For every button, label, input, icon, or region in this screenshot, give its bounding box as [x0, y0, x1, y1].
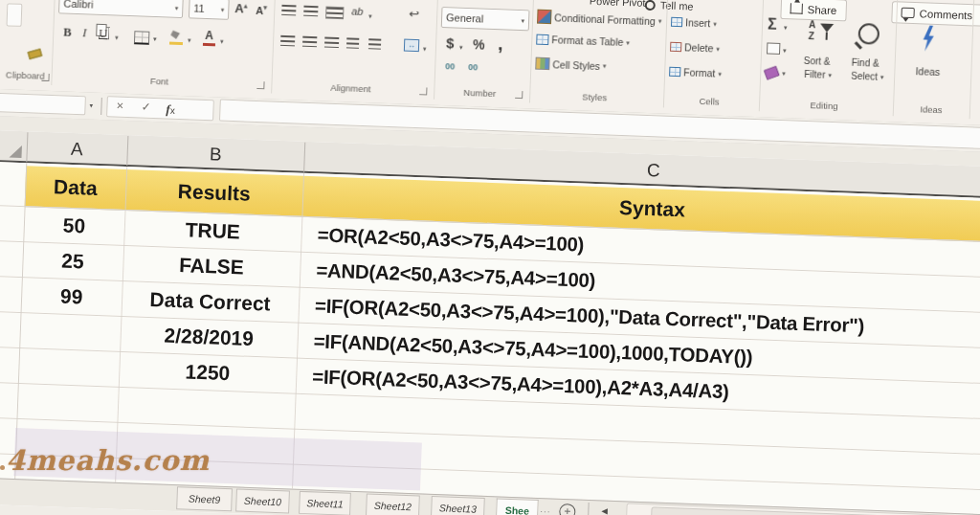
caret-down-icon: ▾ [263, 4, 267, 11]
orientation-dropdown-icon[interactable]: ▾ [368, 12, 372, 19]
decrease-decimal-icon[interactable]: 00 [468, 62, 478, 72]
percent-style-button[interactable]: % [473, 36, 485, 52]
increase-indent-icon[interactable] [368, 38, 381, 49]
insert-function-button[interactable]: fx [166, 100, 175, 117]
paste-icon[interactable] [7, 3, 23, 27]
cell-a2[interactable]: 50 [23, 206, 124, 245]
align-center-icon[interactable] [302, 36, 317, 48]
tell-me-button[interactable]: Tell me [645, 0, 694, 12]
funnel-icon [820, 23, 834, 33]
cell-styles-button[interactable]: Cell Styles ▾ [535, 57, 607, 73]
photo-rotated-content: Power Pivot Tell me Share Comments ✂ Cli… [0, 0, 980, 515]
chevron-down-icon: ▾ [713, 20, 717, 27]
cancel-button[interactable]: × [116, 99, 123, 113]
insert-cells-icon [671, 17, 682, 27]
cell-styles-label: Cell Styles [552, 58, 600, 72]
cell-b1[interactable]: Results [125, 169, 303, 216]
delete-label: Delete [684, 41, 714, 54]
font-color-bar [203, 43, 215, 46]
comma-style-button[interactable]: , [498, 33, 503, 55]
excel-window: Power Pivot Tell me Share Comments ✂ Cli… [0, 0, 980, 515]
tab-sheet12[interactable]: Sheet12 [366, 493, 420, 515]
number-format-combo[interactable]: General ▾ [441, 7, 530, 31]
underline-button[interactable]: U [99, 27, 108, 41]
font-color-icon[interactable]: A [205, 29, 213, 42]
align-bottom-icon[interactable] [325, 7, 344, 20]
insert-button[interactable]: Insert ▾ [671, 16, 717, 30]
number-dialog-launcher-icon[interactable] [515, 91, 523, 99]
borders-icon[interactable] [134, 31, 150, 45]
merge-dropdown-icon[interactable]: ▾ [423, 45, 427, 52]
fill-color-bar [169, 42, 183, 46]
increase-decimal-icon[interactable]: 00 [445, 61, 455, 71]
accounting-dropdown-icon[interactable]: ▾ [459, 44, 463, 51]
borders-dropdown-icon[interactable]: ▾ [153, 35, 157, 42]
cell-b6[interactable]: 1250 [119, 351, 297, 393]
select-all-button[interactable] [9, 146, 21, 158]
name-box-dropdown-icon[interactable]: ▾ [89, 102, 93, 109]
watermark: 4meahs.com [6, 444, 210, 477]
insert-label: Insert [685, 16, 711, 29]
grow-font-button[interactable]: A▴ [234, 1, 247, 15]
tab-active-sheet[interactable]: Shee [496, 498, 539, 515]
comments-label: Comments [919, 8, 972, 21]
tab-sheet13[interactable]: Sheet13 [431, 496, 485, 515]
underline-dropdown-icon[interactable]: ▾ [115, 34, 119, 40]
bold-button[interactable]: B [63, 26, 72, 40]
share-label: Share [808, 3, 837, 15]
chevron-down-icon: ▾ [175, 4, 179, 11]
font-color-dropdown-icon[interactable]: ▾ [220, 38, 224, 45]
autosum-dropdown-icon[interactable]: ▾ [784, 24, 788, 31]
decrease-indent-icon[interactable] [346, 37, 359, 48]
alignment-dialog-launcher-icon[interactable] [419, 87, 427, 95]
chevron-down-icon: ▾ [828, 72, 832, 78]
delete-button[interactable]: Delete ▾ [670, 41, 720, 55]
tab-sheet9[interactable]: Sheet9 [176, 486, 233, 511]
align-top-icon[interactable] [281, 5, 296, 16]
comments-button[interactable]: Comments [891, 1, 980, 26]
cell-a3[interactable]: 25 [22, 241, 123, 280]
share-icon [791, 3, 803, 13]
shrink-font-button[interactable]: A▾ [256, 4, 267, 16]
format-button[interactable]: Format ▾ [669, 66, 722, 79]
number-format-value: General [446, 11, 484, 24]
align-middle-icon[interactable] [303, 6, 318, 17]
cell-a1[interactable]: Data [25, 166, 126, 210]
share-button[interactable]: Share [780, 0, 846, 21]
orientation-icon[interactable]: ab [351, 6, 364, 17]
merge-center-icon[interactable]: ↔ [404, 39, 419, 53]
chevron-down-icon: ▾ [521, 17, 524, 24]
tab-sheet10[interactable]: Sheet10 [235, 488, 290, 513]
fill-color-dropdown-icon[interactable]: ▾ [188, 36, 191, 43]
fill-dropdown-icon[interactable]: ▾ [783, 47, 787, 54]
font-dialog-launcher-icon[interactable] [256, 81, 264, 89]
font-size-combo[interactable]: 11 ▾ [189, 0, 230, 20]
sort-filter-icon[interactable]: A Z [808, 19, 841, 53]
align-left-icon[interactable] [280, 35, 295, 47]
accounting-format-button[interactable]: $ [446, 34, 455, 51]
search-icon [645, 0, 656, 11]
fill-button-icon[interactable] [767, 42, 780, 55]
align-right-icon[interactable] [324, 37, 339, 49]
font-size-value: 11 [193, 2, 205, 13]
cell-a4[interactable]: 99 [21, 277, 122, 316]
format-cells-icon [669, 67, 680, 77]
find-select-label1[interactable]: Find & [852, 57, 880, 69]
autosum-button[interactable]: Σ [768, 15, 777, 33]
chevron-down-icon: ▾ [716, 45, 720, 52]
clear-dropdown-icon[interactable]: ▾ [782, 70, 786, 77]
tab-sheet11[interactable]: Sheet11 [299, 491, 351, 515]
clipboard-dialog-launcher-icon[interactable] [41, 74, 49, 81]
enter-button[interactable]: ✓ [141, 101, 151, 114]
name-box[interactable] [0, 93, 86, 115]
tab-scroll-left-icon[interactable]: ◂ [601, 503, 608, 515]
wrap-text-icon[interactable]: ↩ [409, 7, 419, 21]
column-header-a[interactable]: A [26, 132, 127, 166]
sort-filter-label2[interactable]: Filter▾ [804, 69, 832, 80]
tell-me-label: Tell me [660, 0, 694, 12]
sort-filter-label1[interactable]: Sort & [804, 56, 831, 67]
chevron-down-icon: ▾ [603, 62, 607, 69]
italic-button[interactable]: I [82, 26, 87, 40]
ideas-button-label[interactable]: Ideas [904, 65, 950, 78]
find-select-label2[interactable]: Select▾ [851, 71, 884, 82]
